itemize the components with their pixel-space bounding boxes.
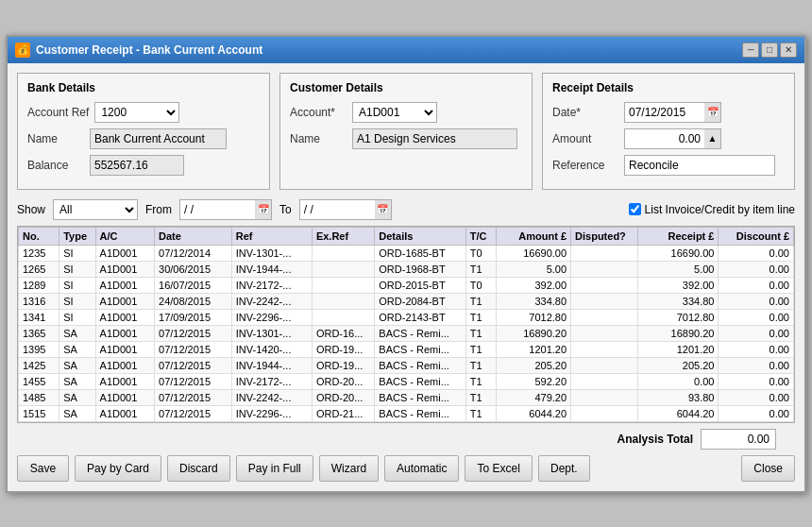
table-cell: BACS - Remi...	[375, 357, 466, 373]
dept-button[interactable]: Dept.	[538, 455, 590, 482]
to-date-picker-icon[interactable]: 📅	[375, 199, 392, 220]
table-cell: T1	[465, 293, 496, 309]
table-cell: BACS - Remi...	[375, 405, 466, 421]
automatic-button[interactable]: Automatic	[384, 455, 459, 482]
table-cell: SI	[59, 261, 95, 277]
table-cell	[571, 341, 638, 357]
table-cell: INV-2242-...	[231, 389, 312, 405]
table-cell	[312, 261, 374, 277]
close-button[interactable]: Close	[741, 455, 795, 482]
table-row[interactable]: 1365SAA1D00107/12/2015INV-1301-...ORD-16…	[19, 325, 794, 341]
transactions-table: No. Type A/C Date Ref Ex.Ref Details T/C…	[18, 227, 794, 422]
customer-account-select[interactable]: A1D001	[352, 102, 437, 123]
table-cell: 17/09/2015	[155, 309, 232, 325]
table-cell: 392.00	[496, 277, 570, 293]
date-field: 📅	[624, 102, 721, 123]
col-header-disputed: Disputed?	[571, 227, 638, 245]
table-row[interactable]: 1289SIA1D00116/07/2015INV-2172-...ORD-20…	[19, 277, 794, 293]
table-cell: SI	[59, 293, 95, 309]
col-header-amount: Amount £	[496, 227, 570, 245]
title-bar: 💰 Customer Receipt - Bank Current Accoun…	[8, 37, 804, 63]
table-row[interactable]: 1316SIA1D00124/08/2015INV-2242-...ORD-20…	[19, 293, 794, 309]
date-label: Date*	[552, 106, 618, 119]
account-ref-select[interactable]: 1200	[94, 102, 179, 123]
table-cell: 1395	[19, 341, 59, 357]
table-row[interactable]: 1425SAA1D00107/12/2015INV-1944-...ORD-19…	[19, 357, 794, 373]
col-header-ac: A/C	[95, 227, 154, 245]
customer-name-input	[352, 128, 517, 149]
maximize-button[interactable]: □	[761, 42, 778, 58]
table-cell: A1D001	[95, 277, 154, 293]
table-row[interactable]: 1341SIA1D00117/09/2015INV-2296-...ORD-21…	[19, 309, 794, 325]
title-bar-left: 💰 Customer Receipt - Bank Current Accoun…	[15, 42, 262, 58]
table-cell: 1455	[19, 373, 59, 389]
table-row[interactable]: 1265SIA1D00130/06/2015INV-1944-...ORD-19…	[19, 261, 794, 277]
table-cell: 1289	[19, 277, 59, 293]
table-cell: BACS - Remi...	[375, 373, 466, 389]
amount-input[interactable]	[624, 128, 704, 149]
close-window-button[interactable]: ✕	[780, 42, 797, 58]
show-label: Show	[17, 203, 45, 216]
table-cell: 7012.80	[638, 309, 719, 325]
table-cell: ORD-20...	[312, 389, 374, 405]
bank-name-input	[90, 128, 227, 149]
table-cell: SA	[59, 373, 95, 389]
to-excel-button[interactable]: To Excel	[465, 455, 532, 482]
wizard-button[interactable]: Wizard	[319, 455, 379, 482]
from-label: From	[145, 203, 172, 216]
table-cell: 16/07/2015	[155, 277, 232, 293]
main-window: 💰 Customer Receipt - Bank Current Accoun…	[6, 35, 806, 493]
col-header-discount: Discount £	[719, 227, 794, 245]
table-row[interactable]: 1395SAA1D00107/12/2015INV-1420-...ORD-19…	[19, 341, 794, 357]
list-invoice-checkbox[interactable]	[629, 203, 641, 215]
table-cell: INV-2172-...	[231, 277, 312, 293]
table-cell: SA	[59, 405, 95, 421]
table-cell: A1D001	[95, 325, 154, 341]
table-row[interactable]: 1485SAA1D00107/12/2015INV-2242-...ORD-20…	[19, 389, 794, 405]
table-cell	[312, 245, 374, 261]
title-controls[interactable]: ─ □ ✕	[742, 42, 797, 58]
table-cell	[571, 325, 638, 341]
col-header-date: Date	[155, 227, 232, 245]
table-cell: ORD-21...	[312, 405, 374, 421]
amount-spinner-icon[interactable]: ▲	[704, 128, 721, 149]
table-cell	[571, 389, 638, 405]
table-cell: A1D001	[95, 293, 154, 309]
date-input[interactable]	[624, 102, 704, 123]
show-select[interactable]: All	[53, 199, 138, 220]
to-date-input[interactable]	[299, 199, 375, 220]
table-cell: 1201.20	[638, 341, 719, 357]
pay-by-card-button[interactable]: Pay by Card	[75, 455, 161, 482]
pay-in-full-button[interactable]: Pay in Full	[236, 455, 313, 482]
table-cell: T1	[465, 405, 496, 421]
amount-row: Amount ▲	[552, 128, 785, 149]
table-row[interactable]: 1515SAA1D00107/12/2015INV-2296-...ORD-21…	[19, 405, 794, 421]
balance-row: Balance	[27, 155, 260, 176]
table-row[interactable]: 1455SAA1D00107/12/2015INV-2172-...ORD-20…	[19, 373, 794, 389]
table-cell: SI	[59, 309, 95, 325]
table-cell: 1341	[19, 309, 59, 325]
col-header-ref: Ref	[231, 227, 312, 245]
app-icon: 💰	[15, 42, 30, 58]
window-title: Customer Receipt - Bank Current Account	[36, 43, 262, 57]
col-header-tc: T/C	[465, 227, 496, 245]
from-date-picker-icon[interactable]: 📅	[255, 199, 272, 220]
table-cell: 16890.20	[638, 325, 719, 341]
discard-button[interactable]: Discard	[167, 455, 230, 482]
col-header-receipt: Receipt £	[638, 227, 719, 245]
list-invoice-label: List Invoice/Credit by item line	[645, 203, 795, 216]
table-cell: 334.80	[638, 293, 719, 309]
from-date-input[interactable]	[179, 199, 255, 220]
table-cell: T1	[465, 357, 496, 373]
table-row[interactable]: 1235SIA1D00107/12/2014INV-1301-...ORD-16…	[19, 245, 794, 261]
table-cell: INV-1944-...	[231, 261, 312, 277]
table-cell: 0.00	[719, 373, 794, 389]
table-cell: SI	[59, 245, 95, 261]
date-picker-icon[interactable]: 📅	[704, 102, 721, 123]
table-cell: 6044.20	[638, 405, 719, 421]
minimize-button[interactable]: ─	[742, 42, 759, 58]
table-cell: 392.00	[638, 277, 719, 293]
table-cell: 07/12/2015	[155, 357, 232, 373]
reference-input[interactable]	[624, 155, 775, 176]
save-button[interactable]: Save	[17, 455, 69, 482]
